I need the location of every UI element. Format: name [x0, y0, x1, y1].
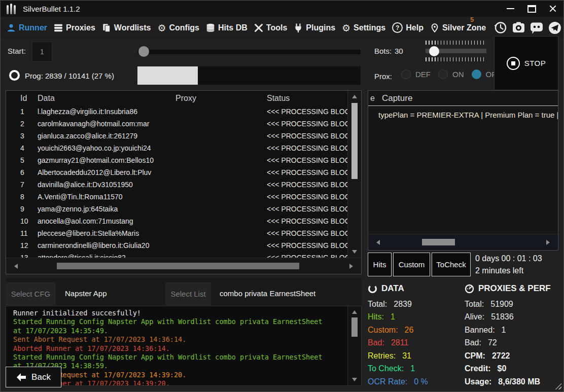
close-icon	[549, 5, 557, 13]
scroll-down-icon[interactable]	[352, 378, 357, 381]
capture-row[interactable]: typePlan = PREMIER-EXTRA | Premium Plan …	[378, 111, 558, 119]
stop-button[interactable]: STOP	[494, 36, 558, 90]
table-vertical-scrollbar[interactable]	[347, 91, 361, 258]
tab-custom[interactable]: Custom	[393, 253, 430, 276]
stat-label: To Check:	[368, 364, 404, 373]
table-row[interactable]: 8 A.Venti@Tin.lt:Roma11570 <<< PROCESSIN…	[6, 191, 347, 203]
table-row[interactable]: 6 Albertocadeddu2012@Libero.lt:Pluv <<< …	[6, 166, 347, 179]
nav-label: Help	[406, 23, 424, 32]
stat-label: CPM:	[465, 351, 485, 361]
back-button[interactable]: Back	[6, 367, 61, 387]
nav-label: Hits DB	[218, 23, 248, 32]
capture-horizontal-scrollbar[interactable]	[368, 234, 558, 250]
data-table: Id Data Proxy Status 1 l.laghezza@virgil…	[6, 90, 362, 274]
capture-title: Capture	[382, 93, 412, 103]
stat-value: 2839	[394, 300, 412, 309]
scroll-right-icon[interactable]	[349, 264, 353, 269]
radio-icon[interactable]	[472, 69, 481, 79]
nav-item-proxies[interactable]: Proxies	[54, 23, 95, 32]
minimize-button[interactable]	[500, 1, 521, 17]
stat-label: Total:	[465, 300, 484, 309]
history-clock-icon	[493, 21, 507, 34]
nav-item-hits-db[interactable]: Hits DB	[206, 23, 248, 32]
scroll-up-icon[interactable]	[352, 95, 357, 98]
scrollbar-thumb[interactable]	[422, 239, 455, 245]
scroll-right-icon[interactable]	[546, 240, 550, 245]
table-header: Id Data Proxy Status	[6, 91, 361, 105]
history-button[interactable]	[492, 20, 508, 35]
table-row[interactable]: 4 youichi2663@yahoo.co.jp:youichi24 <<< …	[6, 142, 347, 154]
screenshot-button[interactable]	[511, 20, 526, 35]
table-row[interactable]: 3 gianluca.zacco@alice.it:261279 <<< PRO…	[6, 130, 347, 142]
select-list-button[interactable]: Select List	[165, 282, 211, 305]
nav-item-plugins[interactable]: Plugins	[294, 23, 335, 32]
stat-value: 1	[410, 364, 415, 373]
stat-value: 0 %	[414, 377, 428, 386]
scroll-left-icon[interactable]	[14, 264, 18, 269]
start-input[interactable]: 1	[32, 42, 52, 62]
radio-icon[interactable]	[401, 69, 411, 79]
stat-value: 51909	[490, 300, 513, 309]
stat-label: Total:	[368, 300, 387, 309]
telegram-button[interactable]	[547, 20, 562, 35]
help-icon: ?	[392, 22, 403, 33]
nav-item-settings[interactable]: ⚙ Settings	[342, 23, 385, 32]
resize-grip[interactable]	[554, 382, 561, 389]
scrollbar-thumb[interactable]	[351, 103, 358, 179]
proxy-mode-option[interactable]: DEF	[401, 69, 431, 79]
table-row[interactable]: 7 davinilla@alice.it:Dv31051950 <<< PROC…	[6, 179, 347, 191]
tab-hits[interactable]: Hits	[368, 253, 392, 276]
radio-label: ON	[452, 70, 464, 79]
wordlists-icon	[102, 23, 111, 32]
stat-value: $0	[498, 364, 507, 373]
close-button[interactable]	[542, 1, 563, 17]
data-stats-title: DATA	[381, 283, 404, 294]
nav-item-tools[interactable]: Tools	[254, 23, 287, 32]
table-horizontal-scrollbar[interactable]	[6, 258, 361, 274]
nav-item-silver-zone[interactable]: 5 Silver Zone	[430, 23, 486, 32]
table-row[interactable]: 13 attendere@tiscali.it:ciccio82 <<< PRO…	[6, 252, 347, 258]
scroll-left-icon[interactable]	[376, 240, 380, 245]
scroll-down-icon[interactable]	[352, 250, 357, 254]
nav-item-wordlists[interactable]: Wordlists	[102, 23, 151, 32]
nav-item-runner[interactable]: Runner	[7, 23, 47, 32]
stat-label: OCR Rate:	[368, 377, 407, 386]
nav-item-configs[interactable]: ⚙ Configs	[157, 23, 199, 32]
slider-ticks	[426, 41, 486, 45]
scroll-up-icon[interactable]	[352, 310, 357, 314]
table-row[interactable]: 2 carolmkavanagh@hotmail.com:mar <<< PRO…	[6, 118, 347, 130]
table-row[interactable]: 11 pleccese@libero.it:Stella%Maris <<< P…	[6, 227, 347, 239]
slider-thumb[interactable]	[138, 46, 149, 57]
stat-value: 2811	[391, 338, 408, 347]
stat-row: Usage: 8,6/380 MB	[465, 375, 540, 388]
bots-slider[interactable]	[426, 41, 486, 64]
proxy-mode-option[interactable]: ON	[438, 69, 464, 79]
log-scrollbar[interactable]	[347, 306, 361, 385]
nav-label: Configs	[169, 23, 199, 32]
table-row[interactable]: 9 yama@zenno.jp:645taika <<< PROCESSING …	[6, 203, 347, 215]
gear-icon: ⚙	[342, 23, 350, 32]
radio-icon[interactable]	[438, 69, 448, 79]
slider-thumb[interactable]	[429, 46, 439, 56]
log-line: Runner initialized succesfully!	[13, 309, 345, 317]
scrollbar-thumb[interactable]	[57, 263, 299, 269]
nav-item-help[interactable]: ? Help	[392, 22, 424, 33]
skip-slider[interactable]	[137, 46, 361, 57]
slider-track	[137, 50, 361, 54]
scrollbar-thumb[interactable]	[351, 317, 358, 337]
bots-value: 30	[395, 47, 403, 55]
table-row[interactable]: 5 gazmurray21@hotmail.com:Bellos10 <<< P…	[6, 154, 347, 166]
table-row[interactable]: 10 anocella@aol.com:71mustang <<< PROCES…	[6, 215, 347, 227]
discord-button[interactable]	[529, 20, 544, 35]
stop-icon	[507, 57, 520, 70]
progress-bar-fill	[137, 66, 198, 85]
log-line: at 17/07/2023 14:38:59.	[13, 362, 345, 370]
select-cfg-button[interactable]: Select CFG	[6, 282, 56, 305]
table-row[interactable]: 1 l.laghezza@virgilio.it:Insubria86 <<< …	[6, 105, 347, 118]
maximize-button[interactable]	[521, 1, 542, 17]
stat-row: CPM: 2722	[465, 349, 540, 363]
log-line: at 17/07/2023 14:35:49.	[13, 327, 345, 335]
table-row[interactable]: 12 carminerondinelli@libero.it:Giulia20 …	[6, 239, 347, 252]
tab-tocheck[interactable]: ToCheck	[432, 253, 471, 276]
back-arrow-icon	[16, 373, 26, 382]
